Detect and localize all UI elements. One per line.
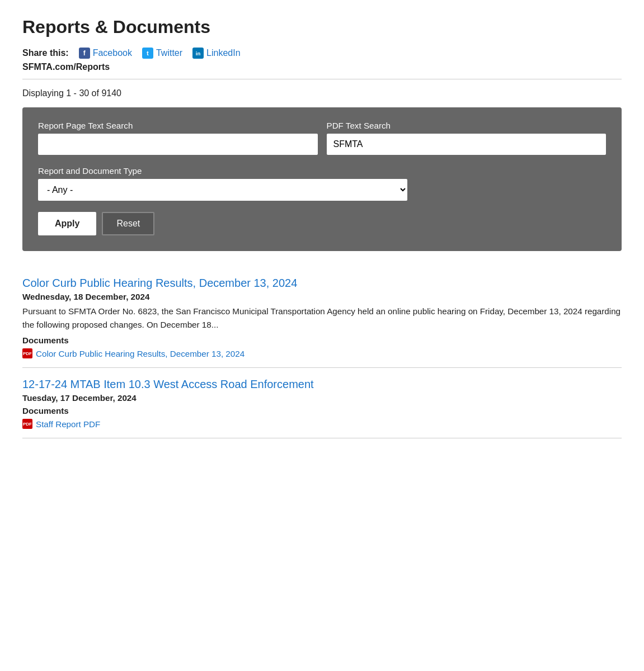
linkedin-label: LinkedIn [206, 48, 241, 58]
share-facebook[interactable]: f Facebook [79, 48, 132, 59]
document-link-row: PDF Color Curb Public Hearing Results, D… [22, 348, 622, 358]
result-title[interactable]: 12-17-24 MTAB Item 10.3 West Access Road… [22, 378, 622, 391]
linkedin-icon: in [192, 48, 204, 59]
button-row: Apply Reset [38, 212, 606, 235]
field-label: PDF Text Search [327, 121, 607, 130]
result-item: 12-17-24 MTAB Item 10.3 West Access Road… [22, 368, 622, 438]
report-text-field-group: Report Page Text Search [38, 121, 318, 155]
display-count: Displaying 1 - 30 of 9140 [22, 88, 622, 98]
sfmta-url: SFMTA.com/Reports [22, 62, 622, 72]
twitter-icon: t [142, 48, 153, 59]
top-divider [22, 79, 622, 79]
twitter-label: Twitter [156, 48, 182, 58]
pdf-text-input[interactable] [327, 134, 607, 155]
document-link[interactable]: Staff Report PDF [36, 419, 100, 429]
result-title[interactable]: Color Curb Public Hearing Results, Decem… [22, 277, 622, 290]
share-linkedin[interactable]: in LinkedIn [192, 48, 241, 59]
pdf-icon: PDF [22, 348, 32, 358]
facebook-icon: f [79, 48, 90, 59]
report-text-input[interactable] [38, 134, 318, 155]
share-row: Share this: f Facebook t Twitter in Link… [22, 48, 622, 59]
result-date: Tuesday, 17 December, 2024 [22, 393, 622, 403]
doc-type-section: Report and Document Type - Any - Annual … [38, 166, 606, 201]
pdf-icon: PDF [22, 419, 32, 429]
share-twitter[interactable]: t Twitter [142, 48, 182, 59]
search-grid: Report Page Text Search PDF Text Search [38, 121, 606, 155]
facebook-label: Facebook [93, 48, 132, 58]
result-date: Wednesday, 18 December, 2024 [22, 292, 622, 301]
reset-button[interactable]: Reset [102, 212, 154, 235]
pdf-text-field-group: PDF Text Search [327, 121, 607, 155]
doc-type-label: Report and Document Type [38, 166, 606, 176]
field-label: Report Page Text Search [38, 121, 318, 130]
documents-label: Documents [22, 406, 622, 415]
share-label: Share this: [22, 48, 69, 58]
doc-type-select[interactable]: - Any - Annual Report Budget Document He… [38, 179, 407, 201]
document-link[interactable]: Color Curb Public Hearing Results, Decem… [36, 349, 245, 358]
page-title: Reports & Documents [22, 17, 622, 37]
result-description: Pursuant to SFMTA Order No. 6823, the Sa… [22, 305, 622, 331]
result-item: Color Curb Public Hearing Results, Decem… [22, 267, 622, 368]
documents-label: Documents [22, 336, 622, 345]
document-link-row: PDF Staff Report PDF [22, 419, 622, 429]
search-panel: Report Page Text Search PDF Text Search … [22, 107, 622, 251]
results-list: Color Curb Public Hearing Results, Decem… [22, 267, 622, 438]
apply-button[interactable]: Apply [38, 212, 96, 235]
